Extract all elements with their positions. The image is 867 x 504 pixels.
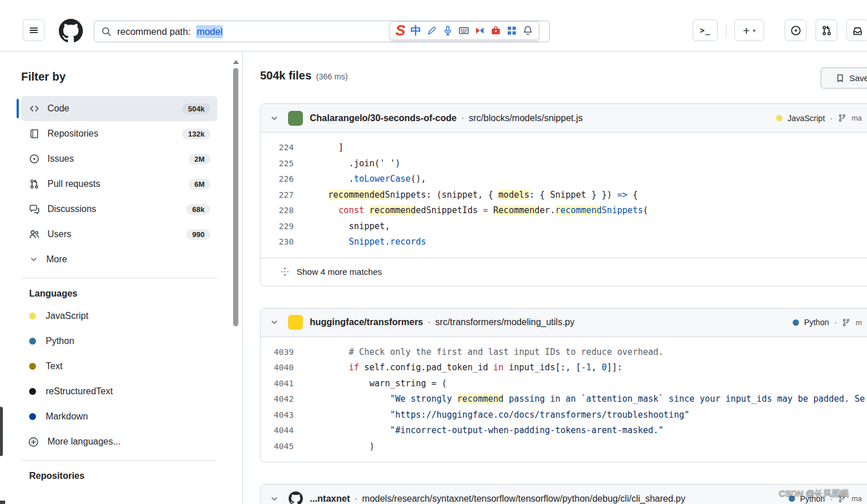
notification-bell-icon[interactable] — [522, 25, 533, 36]
apps-grid-icon[interactable] — [506, 25, 517, 36]
line-number: 228 — [261, 203, 296, 219]
collapse-chevron-button[interactable] — [270, 114, 281, 123]
language-label: Text — [46, 361, 62, 371]
separator-dot: · — [461, 113, 464, 123]
language-filter-python[interactable]: Python — [21, 329, 217, 354]
virtual-keyboard-icon[interactable] — [458, 25, 469, 36]
code-line-content: recommendedSnippets: (snippet, { models:… — [296, 187, 638, 203]
repo-link[interactable]: Chalarangelo/30-seconds-of-code — [310, 113, 457, 123]
code-line-content: "#incorrect-output-when-padding-tokens-a… — [296, 423, 664, 439]
chinese-mode-icon[interactable]: 中 — [410, 23, 421, 38]
more-languages-label: More languages... — [47, 437, 121, 447]
code-line: 226 .toLowerCase(), — [261, 171, 867, 187]
sidebar-filter-pull-requests[interactable]: Pull requests6M — [21, 171, 217, 197]
save-search-button[interactable]: Save — [821, 67, 867, 89]
sidebar-filter-discussions[interactable]: Discussions68k — [21, 197, 217, 222]
result-meta: Python·m — [793, 318, 867, 327]
language-color-dot — [29, 338, 36, 345]
code-icon — [29, 103, 39, 114]
sidebar-filter-users[interactable]: Users990 — [21, 222, 217, 247]
repo-avatar — [288, 111, 303, 126]
sidebar-filter-issues[interactable]: Issues2M — [21, 146, 217, 171]
more-languages-button[interactable]: More languages... — [21, 429, 217, 454]
scrollbar-up-arrow[interactable] — [233, 60, 239, 64]
file-path-link[interactable]: src/blocks/models/snippet.js — [469, 113, 582, 123]
sidebar-scrollbar[interactable] — [232, 57, 239, 499]
code-line-content: Snippet.records — [296, 234, 426, 250]
issue-opened-icon — [790, 25, 801, 36]
filter-label: Users — [47, 229, 178, 239]
comment-discussion-icon — [29, 204, 39, 214]
inbox-button[interactable] — [846, 19, 867, 41]
github-logo[interactable] — [59, 19, 83, 43]
inbox-icon — [852, 25, 863, 36]
terminal-button[interactable]: >_ — [693, 19, 718, 41]
code-line: 227 recommendedSnippets: (snippet, { mod… — [261, 187, 867, 203]
create-new-dropdown-button[interactable]: + ▾ — [734, 19, 764, 41]
language-filter-restructuredtext[interactable]: reStructuredText — [21, 379, 217, 404]
hamburger-menu-button[interactable] — [23, 19, 45, 41]
result-meta: JavaScript·ma — [776, 114, 867, 123]
show-more-matches-button[interactable]: Show 4 more matches — [261, 258, 867, 286]
repo-link[interactable]: ...ntaxnet — [310, 494, 350, 504]
sogou-logo-icon[interactable]: S — [395, 23, 405, 38]
results-timing: (366 ms) — [316, 72, 347, 81]
file-path-link[interactable]: models/research/syntaxnet/tensorflow/ten… — [362, 494, 686, 504]
repo-avatar — [288, 315, 303, 330]
results-header: 504k files (366 ms) Save — [260, 69, 867, 92]
collapse-chevron-button[interactable] — [270, 494, 281, 503]
language-filter-javascript[interactable]: JavaScript — [21, 303, 217, 329]
git-pull-request-icon — [29, 179, 39, 189]
sidebar-scrollbar-thumb[interactable] — [233, 68, 238, 326]
code-line-content: ) — [296, 439, 374, 455]
language-label: Python — [804, 318, 829, 327]
chevron-down-icon: ▾ — [753, 27, 756, 34]
search-results-main: 504k files (366 ms) Save Chalarangelo/30… — [243, 52, 867, 504]
filter-label: Discussions — [47, 204, 178, 214]
window-scrollbar-thumb[interactable] — [0, 407, 3, 456]
git-branch-icon — [842, 318, 850, 327]
collapse-chevron-button[interactable] — [270, 318, 281, 327]
github-code-search-page: recommend path:model S 中 >_ + ▾ — [0, 0, 867, 504]
line-number: 227 — [261, 187, 296, 203]
filter-count-badge: 68k — [186, 204, 210, 215]
toolbox-icon[interactable] — [490, 25, 501, 36]
sidebar-filter-code[interactable]: Code504k — [21, 96, 217, 121]
results-list: Chalarangelo/30-seconds-of-code·src/bloc… — [260, 103, 867, 504]
global-header: recommend path:model S 中 >_ + ▾ — [0, 0, 867, 51]
sidebar-title: Filter by — [21, 70, 217, 83]
skin-icon[interactable] — [474, 25, 485, 36]
repo-link[interactable]: huggingface/transformers — [310, 317, 423, 327]
chevron-down-icon — [29, 255, 38, 264]
show-more-label: Show 4 more matches — [297, 267, 382, 277]
sidebar-filter-repositories[interactable]: Repositories132k — [21, 121, 217, 146]
code-line: 230 Snippet.records — [261, 234, 867, 250]
code-snippet: 4039 # Check only the first and last inp… — [261, 337, 867, 462]
more-label: More — [46, 254, 67, 265]
pull-requests-button[interactable] — [816, 19, 837, 41]
filter-count-badge: 990 — [186, 229, 210, 240]
code-line: 4039 # Check only the first and last inp… — [261, 345, 867, 361]
code-line-content: const recommendedSnippetIds = Recommende… — [296, 203, 648, 219]
code-line-content: .join(' ') — [296, 156, 401, 172]
filter-count-badge: 132k — [182, 129, 210, 139]
issues-button[interactable] — [785, 19, 806, 41]
language-label: Markdown — [46, 411, 88, 422]
filter-count-badge: 6M — [189, 179, 210, 190]
git-branch-icon — [838, 114, 846, 122]
language-filter-markdown[interactable]: Markdown — [21, 404, 217, 429]
file-path-link[interactable]: src/transformers/modeling_utils.py — [436, 317, 575, 327]
result-card-header: Chalarangelo/30-seconds-of-code·src/bloc… — [261, 104, 867, 133]
code-line: 4044 "#incorrect-output-when-padding-tok… — [261, 423, 867, 439]
result-card: huggingface/transformers·src/transformer… — [260, 308, 867, 463]
handwriting-pen-icon[interactable] — [426, 25, 437, 36]
git-pull-request-icon — [821, 25, 832, 36]
separator-dot: · — [834, 318, 837, 327]
line-number: 4045 — [261, 439, 296, 455]
plus-circle-icon — [28, 437, 39, 447]
language-filter-text[interactable]: Text — [21, 354, 217, 379]
sidebar-item-more[interactable]: More — [21, 247, 217, 272]
code-line-content: ] — [296, 140, 343, 156]
filter-label: Code — [47, 103, 174, 114]
voice-input-icon[interactable] — [442, 25, 453, 36]
